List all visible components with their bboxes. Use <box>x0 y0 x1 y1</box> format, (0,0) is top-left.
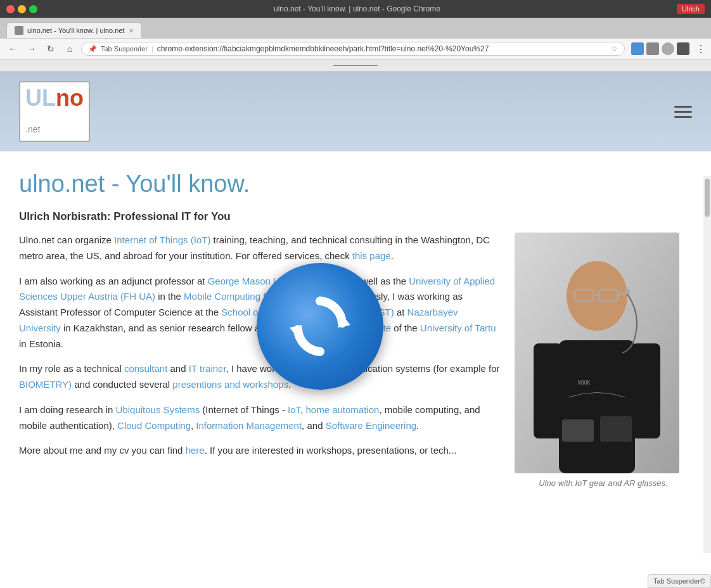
tab-close-button[interactable]: ✕ <box>129 27 134 34</box>
link-it-trainer[interactable]: IT trainer <box>189 363 226 374</box>
suspender-bar-text: ───────── <box>333 61 378 69</box>
page-title: ulno.net - You'll know. <box>19 170 692 198</box>
logo-ul: UL <box>25 85 56 111</box>
svg-rect-2 <box>534 343 562 438</box>
bookmark-icon[interactable]: ☆ <box>611 44 618 53</box>
traffic-lights <box>6 5 37 13</box>
link-software-eng[interactable]: Software Engineering <box>326 420 416 431</box>
hamburger-line-2 <box>674 111 692 113</box>
tab-title: ulno.net - You'll know. | ulno.net <box>27 27 125 34</box>
main-content: ulno.net - You'll know. Ulrich Norbisrat… <box>0 151 711 501</box>
minimize-button[interactable] <box>18 5 26 13</box>
maximize-button[interactable] <box>29 5 37 13</box>
link-cloud[interactable]: Cloud Computing <box>117 420 191 431</box>
paragraph-1: Ulno.net can organize Internet of Things… <box>19 233 502 264</box>
svg-rect-11 <box>600 416 632 442</box>
title-bar: ulno.net - You'll know. | ulno.net - Goo… <box>0 0 711 18</box>
image-caption: Ulno with IoT gear and AR glasses. <box>515 478 692 488</box>
link-this-page[interactable]: this page <box>352 250 391 261</box>
logo-net: .net <box>25 124 40 134</box>
svg-rect-10 <box>562 419 594 442</box>
site-header: ULno .net <box>0 72 711 151</box>
navigation-bar: ← → ↻ ⌂ 📌 Tab Suspender | chrome-extensi… <box>0 38 711 60</box>
suspender-top-bar: ───────── <box>0 60 711 72</box>
sync-svg <box>282 288 358 364</box>
paragraph-4: I am doing research in Ubiquitous System… <box>19 402 502 434</box>
image-column: NOOK Ulno with IoT gear and AR glasses. <box>515 233 692 488</box>
tab-suspender-label: Tab Suspender <box>101 45 148 53</box>
back-button[interactable]: ← <box>5 41 20 56</box>
forward-button[interactable]: → <box>24 41 39 56</box>
link-here[interactable]: here <box>186 445 205 456</box>
user-badge: Ulrich <box>677 4 705 14</box>
link-consultant[interactable]: consultant <box>124 363 167 374</box>
svg-rect-1 <box>559 340 635 473</box>
link-home-automation[interactable]: home automation <box>305 404 379 415</box>
paragraph-5: More about me and my cv you can find her… <box>19 443 502 459</box>
person-svg: NOOK <box>515 233 679 473</box>
svg-rect-3 <box>632 343 660 438</box>
ext-icon-3[interactable] <box>662 42 674 55</box>
logo-container: ULno .net <box>19 81 90 142</box>
chrome-menu-button[interactable]: ⋮ <box>696 43 706 55</box>
ext-icon-1[interactable] <box>631 42 644 55</box>
hamburger-line-3 <box>674 116 692 118</box>
refresh-overlay <box>257 263 383 390</box>
page-subtitle: Ulrich Norbisrath: Professional IT for Y… <box>19 210 692 223</box>
link-iot-2[interactable]: IoT <box>288 404 300 415</box>
svg-text:NOOK: NOOK <box>578 380 590 386</box>
page-content: ULno .net ulno.net - You'll know. Ulrich… <box>0 72 711 553</box>
person-image: NOOK <box>515 233 679 473</box>
scrollbar[interactable] <box>703 176 711 553</box>
site-logo[interactable]: ULno .net <box>19 81 90 142</box>
tab-suspender-icon: 📌 <box>88 45 97 53</box>
close-button[interactable] <box>6 5 15 13</box>
extension-icons <box>631 42 689 55</box>
link-biometry[interactable]: BIOMETRY) <box>19 379 72 390</box>
window-title: ulno.net - You'll know. | ulno.net - Goo… <box>42 4 672 13</box>
separator: | <box>151 45 153 53</box>
link-ubiquitous[interactable]: Ubiquitous Systems <box>116 404 200 415</box>
logo-no: no <box>56 85 84 111</box>
tab-favicon <box>15 26 23 35</box>
link-iot[interactable]: Internet of Things (IoT) <box>114 234 210 245</box>
url-text: chrome-extension://fiabciakmgepblmdkmemd… <box>157 44 607 53</box>
browser-window: ulno.net - You'll know. | ulno.net - Goo… <box>0 0 711 553</box>
tab-bar: ulno.net - You'll know. | ulno.net ✕ <box>0 18 711 38</box>
ext-icon-2[interactable] <box>646 42 659 55</box>
home-button[interactable]: ⌂ <box>62 41 77 56</box>
scrollbar-thumb[interactable] <box>705 179 710 217</box>
address-bar[interactable]: 📌 Tab Suspender | chrome-extension://fia… <box>81 42 625 56</box>
ext-icon-4[interactable] <box>677 42 689 55</box>
reload-button[interactable]: ↻ <box>43 41 58 56</box>
link-tartu[interactable]: University of Tartu <box>420 323 496 333</box>
active-tab[interactable]: ulno.net - You'll know. | ulno.net ✕ <box>6 22 142 38</box>
sync-icon <box>257 263 383 390</box>
link-info-mgmt[interactable]: Information Management <box>196 420 302 431</box>
hamburger-line-1 <box>674 106 692 108</box>
svg-point-9 <box>625 289 630 294</box>
hamburger-menu[interactable] <box>674 106 692 118</box>
